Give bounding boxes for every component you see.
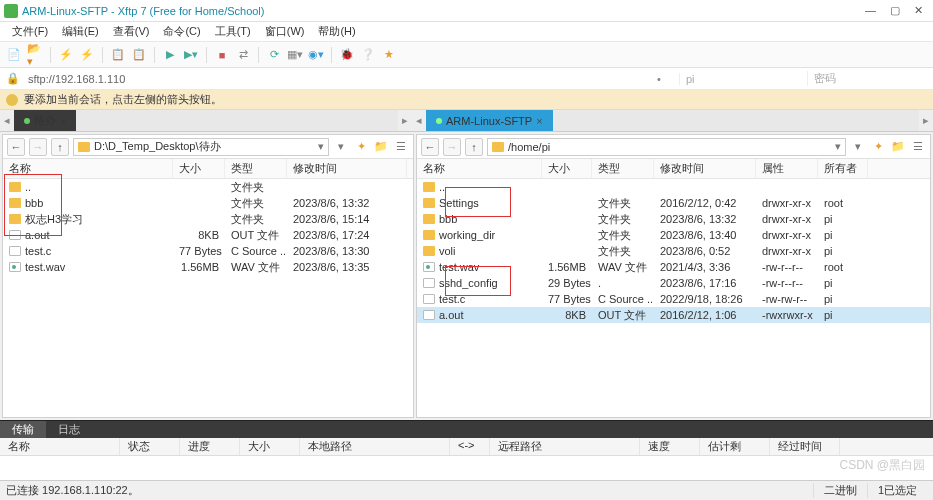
new-session-icon[interactable]: 📄: [6, 47, 22, 63]
xfer-column[interactable]: 经过时间: [770, 438, 840, 455]
pass-field[interactable]: 密码: [807, 71, 927, 86]
column-header[interactable]: 类型: [225, 159, 287, 178]
file-row[interactable]: 权志H3学习文件夹2023/8/6, 15:14: [3, 211, 413, 227]
column-header[interactable]: 名称: [3, 159, 173, 178]
play2-icon[interactable]: ▶▾: [183, 47, 199, 63]
column-header[interactable]: 类型: [592, 159, 654, 178]
local-path-input[interactable]: D:\D_Temp_Desktop\待办 ▾: [73, 138, 329, 156]
up-button[interactable]: ↑: [51, 138, 69, 156]
menu-item[interactable]: 编辑(E): [56, 23, 105, 40]
xfer-tab[interactable]: 日志: [46, 421, 92, 438]
menu-bar: 文件(F)编辑(E)查看(V)命令(C)工具(T)窗口(W)帮助(H): [0, 22, 933, 42]
refresh-icon[interactable]: ▾: [333, 139, 349, 155]
folder-icon: [492, 142, 504, 152]
folder-icon[interactable]: 📁: [890, 139, 906, 155]
xfer-column[interactable]: 远程路径: [490, 438, 640, 455]
xfer-column[interactable]: 状态: [120, 438, 180, 455]
bug-icon[interactable]: 🐞: [339, 47, 355, 63]
address-bar: 🔒 sftp://192.168.1.110 • pi 密码: [0, 68, 933, 90]
close-icon[interactable]: ×: [60, 115, 66, 127]
view-icon[interactable]: ◉▾: [308, 47, 324, 63]
xfer-tab[interactable]: 传输: [0, 421, 46, 438]
column-header[interactable]: 大小: [173, 159, 225, 178]
file-icon: [423, 278, 435, 288]
refresh-icon[interactable]: ▾: [850, 139, 866, 155]
file-row[interactable]: sshd_config29 Bytes.2023/8/6, 17:16-rw-r…: [417, 275, 930, 291]
close-icon[interactable]: ×: [536, 115, 542, 127]
connect-icon[interactable]: ⚡: [58, 47, 74, 63]
forward-button[interactable]: →: [29, 138, 47, 156]
menu-item[interactable]: 工具(T): [209, 23, 257, 40]
tab-prev-left[interactable]: ◂: [0, 110, 14, 131]
layout-icon[interactable]: ▦▾: [287, 47, 303, 63]
folder-icon: [423, 214, 435, 224]
file-row[interactable]: Settings文件夹2016/2/12, 0:42drwxr-xr-xroot: [417, 195, 930, 211]
server-icon: •: [647, 73, 671, 85]
disconnect-icon[interactable]: ⚡: [79, 47, 95, 63]
title-bar: ARM-Linux-SFTP - Xftp 7 (Free for Home/S…: [0, 0, 933, 22]
menu-item[interactable]: 窗口(W): [259, 23, 311, 40]
file-row[interactable]: test.c77 BytesC Source ...2022/9/18, 18:…: [417, 291, 930, 307]
xfer-column[interactable]: 估计剩余...: [700, 438, 770, 455]
stop-icon[interactable]: ■: [214, 47, 230, 63]
file-row[interactable]: a.out8KBOUT 文件2016/2/12, 1:06-rwxrwxr-xp…: [417, 307, 930, 323]
column-header[interactable]: 修改时间: [287, 159, 407, 178]
folder-icon[interactable]: 📁: [373, 139, 389, 155]
paste-icon[interactable]: 📋: [131, 47, 147, 63]
column-header[interactable]: 所有者: [818, 159, 868, 178]
tab-remote[interactable]: ARM-Linux-SFTP ×: [426, 110, 553, 131]
column-header[interactable]: 名称: [417, 159, 542, 178]
play-icon[interactable]: ▶: [162, 47, 178, 63]
star-icon[interactable]: ★: [381, 47, 397, 63]
xfer-column[interactable]: 进度: [180, 438, 240, 455]
xfer-column[interactable]: 大小: [240, 438, 300, 455]
column-header[interactable]: 属性: [756, 159, 818, 178]
menu-item[interactable]: 帮助(H): [312, 23, 361, 40]
file-row[interactable]: voli文件夹2023/8/6, 0:52drwxr-xr-xpi: [417, 243, 930, 259]
tab-next-right[interactable]: ▸: [919, 110, 933, 131]
copy-icon[interactable]: 📋: [110, 47, 126, 63]
forward-button[interactable]: →: [443, 138, 461, 156]
file-row[interactable]: ..文件夹: [3, 179, 413, 195]
menu-item[interactable]: 查看(V): [107, 23, 156, 40]
xfer-column[interactable]: 速度: [640, 438, 700, 455]
minimize-button[interactable]: —: [865, 4, 876, 17]
menu-item[interactable]: 文件(F): [6, 23, 54, 40]
tab-next-left[interactable]: ▸: [398, 110, 412, 131]
file-row[interactable]: test.c77 BytesC Source ...2023/8/6, 13:3…: [3, 243, 413, 259]
tab-prev-right[interactable]: ◂: [412, 110, 426, 131]
refresh-icon[interactable]: ⟳: [266, 47, 282, 63]
list-icon[interactable]: ☰: [910, 139, 926, 155]
column-header[interactable]: 修改时间: [654, 159, 756, 178]
file-row[interactable]: ..: [417, 179, 930, 195]
close-button[interactable]: ✕: [914, 4, 923, 17]
column-header[interactable]: 大小: [542, 159, 592, 178]
file-row[interactable]: a.out8KBOUT 文件2023/8/6, 17:24: [3, 227, 413, 243]
xfer-column[interactable]: 名称: [0, 438, 120, 455]
open-folder-icon[interactable]: 📂▾: [27, 47, 43, 63]
url-field[interactable]: sftp://192.168.1.110: [28, 73, 639, 85]
file-row[interactable]: test.wav1.56MBWAV 文件2023/8/6, 13:35: [3, 259, 413, 275]
back-button[interactable]: ←: [7, 138, 25, 156]
back-button[interactable]: ←: [421, 138, 439, 156]
xfer-column[interactable]: 本地路径: [300, 438, 450, 455]
newfolder-icon[interactable]: ✦: [870, 139, 886, 155]
maximize-button[interactable]: ▢: [890, 4, 900, 17]
file-row[interactable]: working_dir文件夹2023/8/6, 13:40drwxr-xr-xp…: [417, 227, 930, 243]
list-icon[interactable]: ☰: [393, 139, 409, 155]
menu-item[interactable]: 命令(C): [157, 23, 206, 40]
user-field[interactable]: pi: [679, 73, 799, 85]
sync-icon[interactable]: ⇄: [235, 47, 251, 63]
newfolder-icon[interactable]: ✦: [353, 139, 369, 155]
file-row[interactable]: bbb文件夹2023/8/6, 13:32: [3, 195, 413, 211]
lock-icon: 🔒: [6, 72, 20, 85]
file-row[interactable]: bbb文件夹2023/8/6, 13:32drwxr-xr-xpi: [417, 211, 930, 227]
help-icon[interactable]: ❔: [360, 47, 376, 63]
xfer-column[interactable]: <->: [450, 438, 490, 455]
status-encoding: 二进制: [813, 483, 867, 498]
remote-pane: ← → ↑ /home/pi ▾ ▾ ✦ 📁 ☰ 名称大小类型修改时间属性所有者…: [416, 134, 931, 418]
file-row[interactable]: test.wav1.56MBWAV 文件2021/4/3, 3:36-rw-r-…: [417, 259, 930, 275]
tab-local[interactable]: 待办 ×: [14, 110, 76, 131]
up-button[interactable]: ↑: [465, 138, 483, 156]
remote-path-input[interactable]: /home/pi ▾: [487, 138, 846, 156]
